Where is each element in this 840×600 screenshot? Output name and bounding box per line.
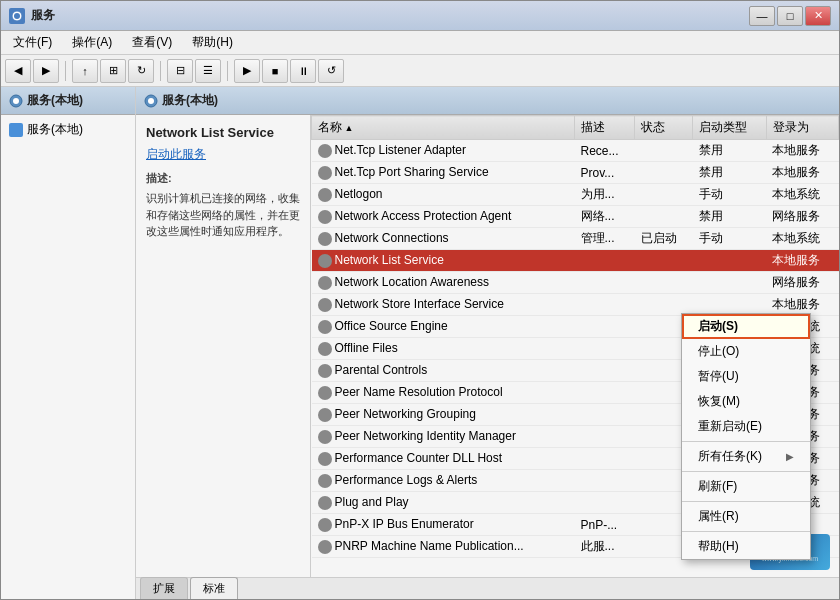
service-description: 识别计算机已连接的网络，收集和存储这些网络的属性，并在更改这些属性时通知应用程序… — [146, 190, 300, 240]
col-desc[interactable]: 描述 — [575, 116, 635, 140]
app-icon — [9, 8, 25, 24]
close-button[interactable]: ✕ — [805, 6, 831, 26]
cell-name: Network Location Awareness — [312, 272, 575, 294]
table-row[interactable]: Network Access Protection Agent网络...禁用网络… — [312, 206, 839, 228]
cell-desc — [575, 426, 635, 448]
menu-action[interactable]: 操作(A) — [64, 32, 120, 53]
cell-startup — [693, 272, 767, 294]
table-row[interactable]: Network Connections管理...已启动手动本地系统 — [312, 228, 839, 250]
svg-point-5 — [148, 98, 154, 104]
toolbar-up[interactable]: ↑ — [72, 59, 98, 83]
cell-startup: 禁用 — [693, 140, 767, 162]
cell-name: Netlogon — [312, 184, 575, 206]
ctx-start[interactable]: 启动(S) — [682, 314, 810, 339]
toolbar-sep-1 — [65, 61, 66, 81]
main-content: 服务(本地) 服务(本地) 服务(本地) Network List Servic… — [1, 87, 839, 599]
ctx-help[interactable]: 帮助(H) — [682, 534, 810, 559]
table-row[interactable]: Net.Tcp Listener AdapterRece...禁用本地服务 — [312, 140, 839, 162]
toolbar-export[interactable]: ⊟ — [167, 59, 193, 83]
toolbar-pause[interactable]: ⏸ — [290, 59, 316, 83]
window: 服务 — □ ✕ 文件(F) 操作(A) 查看(V) 帮助(H) ◀ ▶ ↑ ⊞… — [0, 0, 840, 600]
cell-desc: 管理... — [575, 228, 635, 250]
tab-standard[interactable]: 标准 — [190, 577, 238, 599]
cell-name: PnP-X IP Bus Enumerator — [312, 514, 575, 536]
col-status[interactable]: 状态 — [635, 116, 693, 140]
left-panel-title: 服务(本地) — [27, 92, 83, 109]
cell-login: 本地服务 — [766, 162, 838, 184]
ctx-restart[interactable]: 重新启动(E) — [682, 414, 810, 439]
bottom-tabs: 扩展 标准 — [136, 577, 839, 599]
cell-name: Network Connections — [312, 228, 575, 250]
cell-status — [635, 250, 693, 272]
services-table-container[interactable]: 名称 描述 状态 启动类型 登录为 Net.Tcp Listener Adapt… — [311, 115, 839, 577]
cell-name: Peer Name Resolution Protocol — [312, 382, 575, 404]
context-menu: 启动(S) 停止(O) 暂停(U) 恢复(M) 重新启动(E) 所有任务(K) … — [681, 313, 811, 560]
right-panel-header: 服务(本地) — [136, 87, 839, 115]
menu-file[interactable]: 文件(F) — [5, 32, 60, 53]
table-row[interactable]: Network Location Awareness网络服务 — [312, 272, 839, 294]
toolbar-forward[interactable]: ▶ — [33, 59, 59, 83]
right-panel-icon — [144, 94, 158, 108]
cell-name: Peer Networking Identity Manager — [312, 426, 575, 448]
ctx-stop[interactable]: 停止(O) — [682, 339, 810, 364]
cell-name: Net.Tcp Listener Adapter — [312, 140, 575, 162]
cell-name: Offline Files — [312, 338, 575, 360]
service-info-pane: Network List Service 启动此服务 描述: 识别计算机已连接的… — [136, 115, 311, 577]
cell-name: Plug and Play — [312, 492, 575, 514]
toolbar-back[interactable]: ◀ — [5, 59, 31, 83]
ctx-refresh[interactable]: 刷新(F) — [682, 474, 810, 499]
cell-startup: 禁用 — [693, 206, 767, 228]
cell-status — [635, 272, 693, 294]
col-login[interactable]: 登录为 — [766, 116, 838, 140]
ctx-resume[interactable]: 恢复(M) — [682, 389, 810, 414]
ctx-sep-3 — [682, 501, 810, 502]
cell-desc: Prov... — [575, 162, 635, 184]
cell-name: Net.Tcp Port Sharing Service — [312, 162, 575, 184]
toolbar-stop[interactable]: ■ — [262, 59, 288, 83]
cell-desc: PnP-... — [575, 514, 635, 536]
right-inner: Network List Service 启动此服务 描述: 识别计算机已连接的… — [136, 115, 839, 577]
services-icon — [9, 94, 23, 108]
tree-item-icon — [9, 123, 23, 137]
menu-help[interactable]: 帮助(H) — [184, 32, 241, 53]
tab-expand[interactable]: 扩展 — [140, 577, 188, 599]
menu-view[interactable]: 查看(V) — [124, 32, 180, 53]
cell-desc — [575, 492, 635, 514]
svg-point-1 — [14, 13, 20, 19]
toolbar-start[interactable]: ▶ — [234, 59, 260, 83]
cell-login: 本地系统 — [766, 228, 838, 250]
minimize-button[interactable]: — — [749, 6, 775, 26]
toolbar-view[interactable]: ☰ — [195, 59, 221, 83]
ctx-alltasks[interactable]: 所有任务(K) ▶ — [682, 444, 810, 469]
ctx-pause[interactable]: 暂停(U) — [682, 364, 810, 389]
start-service-link[interactable]: 启动此服务 — [146, 146, 300, 163]
cell-startup: 手动 — [693, 228, 767, 250]
cell-desc — [575, 448, 635, 470]
title-bar: 服务 — □ ✕ — [1, 1, 839, 31]
cell-desc — [575, 382, 635, 404]
col-startup[interactable]: 启动类型 — [693, 116, 767, 140]
selected-service-title: Network List Service — [146, 125, 300, 140]
table-row[interactable]: Net.Tcp Port Sharing ServiceProv...禁用本地服… — [312, 162, 839, 184]
left-panel: 服务(本地) 服务(本地) — [1, 87, 136, 599]
col-name[interactable]: 名称 — [312, 116, 575, 140]
toolbar-refresh[interactable]: ↻ — [128, 59, 154, 83]
toolbar-restart[interactable]: ↺ — [318, 59, 344, 83]
tree-item-services[interactable]: 服务(本地) — [5, 119, 131, 140]
cell-startup: 手动 — [693, 184, 767, 206]
cell-status — [635, 162, 693, 184]
table-row[interactable]: Network List Service本地服务 — [312, 250, 839, 272]
maximize-button[interactable]: □ — [777, 6, 803, 26]
ctx-sep-2 — [682, 471, 810, 472]
left-panel-header: 服务(本地) — [1, 87, 135, 115]
toolbar-show[interactable]: ⊞ — [100, 59, 126, 83]
cell-desc: 网络... — [575, 206, 635, 228]
table-row[interactable]: Netlogon为用...手动本地系统 — [312, 184, 839, 206]
ctx-properties[interactable]: 属性(R) — [682, 504, 810, 529]
cell-status — [635, 140, 693, 162]
cell-login: 本地服务 — [766, 140, 838, 162]
cell-desc — [575, 294, 635, 316]
cell-login: 本地服务 — [766, 250, 838, 272]
svg-point-3 — [13, 98, 19, 104]
cell-name: PNRP Machine Name Publication... — [312, 536, 575, 558]
